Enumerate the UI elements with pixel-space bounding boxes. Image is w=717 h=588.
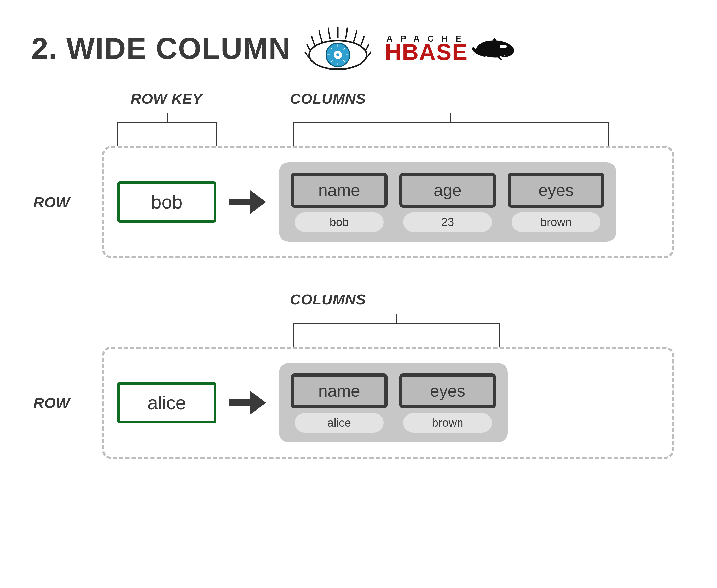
labels-line: ROW KEYCOLUMNS xyxy=(31,89,686,107)
column-value: bob xyxy=(295,212,384,232)
column-name: name xyxy=(291,374,387,408)
arrow-right-icon xyxy=(229,394,266,412)
column-item: namebob xyxy=(291,173,387,232)
arrow-right-icon xyxy=(229,193,266,211)
brackets-line xyxy=(31,112,686,146)
column-item: age23 xyxy=(399,173,496,232)
columns-container: namebobage23eyesbrown xyxy=(279,162,616,242)
row-container: ROWbobnamebobage23eyesbrown xyxy=(102,146,674,258)
columns-bracket xyxy=(293,323,500,346)
row-side-label: ROW xyxy=(34,194,70,211)
column-value: brown xyxy=(512,212,600,232)
brackets-line xyxy=(31,313,686,346)
column-name: eyes xyxy=(508,173,604,208)
column-value: 23 xyxy=(403,212,492,232)
row-key-bracket xyxy=(117,122,217,146)
cassandra-eye-logo-icon xyxy=(304,26,372,70)
hbase-name-label: HBASE xyxy=(385,42,469,62)
column-item: eyesbrown xyxy=(508,173,604,232)
labels-line: COLUMNS xyxy=(31,290,686,308)
column-item: namealice xyxy=(291,374,387,433)
title-row: 2. WIDE COLUMN xyxy=(31,26,686,70)
row-container: ROWalicenamealiceeyesbrown xyxy=(102,346,674,459)
svg-point-13 xyxy=(500,45,507,48)
column-value: alice xyxy=(295,413,384,433)
row-side-label: ROW xyxy=(34,394,70,411)
row-key-box: alice xyxy=(117,382,216,423)
column-name: eyes xyxy=(399,374,496,408)
hbase-logo: APACHE HBASE xyxy=(385,34,516,63)
row-key-label: ROW KEY xyxy=(131,90,203,107)
column-name: name xyxy=(291,173,387,208)
column-item: eyesbrown xyxy=(399,374,496,433)
columns-bracket xyxy=(293,122,609,146)
page-title: 2. WIDE COLUMN xyxy=(31,31,291,66)
hbase-text: APACHE HBASE xyxy=(385,35,469,62)
column-name: age xyxy=(399,173,496,208)
row-group: ROW KEYCOLUMNSROWbobnamebobage23eyesbrow… xyxy=(31,89,686,258)
row-group: COLUMNSROWalicenamealiceeyesbrown xyxy=(31,290,686,459)
columns-container: namealiceeyesbrown xyxy=(279,363,508,442)
row-key-box: bob xyxy=(117,181,216,223)
columns-label: COLUMNS xyxy=(290,291,366,308)
diagram-area: ROW KEYCOLUMNSROWbobnamebobage23eyesbrow… xyxy=(31,89,686,459)
columns-label: COLUMNS xyxy=(290,90,366,107)
svg-point-12 xyxy=(336,53,339,57)
column-value: brown xyxy=(403,413,492,433)
orca-icon xyxy=(472,34,516,63)
